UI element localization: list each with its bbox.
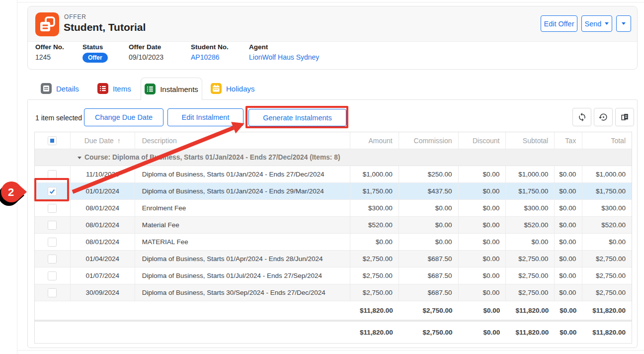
table-row[interactable]: 08/01/2024 Enrolment Fee $300.00 $0.00 $… bbox=[35, 200, 632, 217]
subtotal-cell: $2,750.00 bbox=[506, 251, 555, 267]
agent-field: Agent LionWolf Haus Sydney bbox=[249, 43, 319, 61]
col-header-due-date[interactable]: Due Date↑ bbox=[71, 132, 135, 149]
page-title: Student, Tutorial bbox=[64, 21, 146, 33]
table-row[interactable]: 08/01/2024 MATERIAL Fee $0.00 $0.00 $0.0… bbox=[35, 234, 632, 251]
offer-no-value: 1245 bbox=[35, 53, 64, 61]
row-checkbox[interactable] bbox=[35, 251, 71, 267]
sort-ascending-icon: ↑ bbox=[117, 137, 121, 145]
discount-cell: $0.00 bbox=[459, 234, 506, 251]
col-header-amount[interactable]: Amount bbox=[350, 132, 399, 149]
due-date-cell: 08/01/2024 bbox=[71, 200, 135, 217]
col-header-tax[interactable]: Tax bbox=[555, 132, 582, 149]
tax-cell: $0.00 bbox=[555, 284, 582, 301]
table-row[interactable]: 11/10/2023 Diploma of Business, Starts 0… bbox=[35, 166, 632, 183]
amount-cell: $1,750.00 bbox=[350, 183, 399, 200]
edit-instalment-button[interactable]: Edit Instalment bbox=[167, 108, 243, 126]
discount-cell: $0.00 bbox=[459, 200, 506, 217]
due-date-cell: 01/04/2024 bbox=[71, 251, 135, 267]
table-header-row: Due Date↑ Description Amount Commission … bbox=[35, 132, 632, 149]
row-checkbox[interactable] bbox=[35, 234, 71, 251]
col-header-discount[interactable]: Discount bbox=[459, 132, 506, 149]
description-cell: Diploma of Business, Starts 01/Jan/2024 … bbox=[135, 183, 350, 200]
entity-label: OFFER bbox=[64, 13, 86, 20]
generate-instalments-label: Generate Instalments bbox=[263, 114, 332, 122]
col-header-description[interactable]: Description bbox=[135, 132, 350, 149]
offer-no-field: Offer No. 1245 bbox=[35, 43, 64, 61]
annotation-step-pin: 2 bbox=[0, 181, 27, 206]
discount-cell: $0.00 bbox=[459, 251, 506, 267]
due-date-cell: 08/01/2024 bbox=[71, 217, 135, 234]
student-no-link[interactable]: AP10286 bbox=[191, 53, 229, 61]
table-row[interactable]: 01/07/2024 Diploma of Business, Starts 0… bbox=[35, 267, 632, 284]
more-actions-button[interactable] bbox=[616, 15, 631, 32]
commission-cell: $687.50 bbox=[399, 284, 459, 301]
history-button[interactable] bbox=[594, 108, 613, 126]
offer-header-card: OFFER Student, Tutorial Edit Offer Send … bbox=[27, 6, 638, 70]
tab-instalments-label: Instalments bbox=[160, 85, 198, 93]
send-button[interactable]: Send bbox=[581, 15, 612, 32]
tax-cell: $0.00 bbox=[555, 166, 582, 183]
select-all-checkbox[interactable] bbox=[35, 132, 71, 149]
tab-items[interactable]: Items bbox=[97, 81, 131, 96]
list-icon bbox=[97, 83, 108, 94]
col-header-commission[interactable]: Commission bbox=[399, 132, 459, 149]
col-header-total[interactable]: Total bbox=[582, 132, 632, 149]
table-row[interactable]: 30/09/2024 Diploma of Business, Starts 3… bbox=[35, 284, 632, 301]
tax-cell: $0.00 bbox=[555, 200, 582, 217]
tab-instalments[interactable]: Instalments bbox=[141, 78, 202, 100]
row-checkbox[interactable] bbox=[35, 183, 71, 200]
offer-app-icon bbox=[35, 12, 59, 36]
generate-instalments-button[interactable]: Generate Instalments bbox=[248, 109, 346, 126]
group-total-commission: $2,750.00 bbox=[399, 301, 459, 320]
amount-cell: $2,750.00 bbox=[350, 251, 399, 267]
course-group-row[interactable]: Course: Diploma of Business, Starts 01/J… bbox=[35, 149, 632, 166]
total-cell: $2,750.00 bbox=[582, 284, 632, 301]
description-cell: MATERIAL Fee bbox=[135, 234, 350, 251]
row-checkbox[interactable] bbox=[35, 217, 71, 234]
amount-cell: $0.00 bbox=[350, 234, 399, 251]
tab-items-label: Items bbox=[113, 85, 131, 93]
row-checkbox[interactable] bbox=[35, 267, 71, 284]
commission-cell: $437.50 bbox=[399, 183, 459, 200]
commission-cell: $0.00 bbox=[399, 234, 459, 251]
description-cell: Diploma of Business, Starts 01/Apr/2024 … bbox=[135, 251, 350, 267]
duplicate-view-button[interactable] bbox=[615, 108, 634, 126]
subtotal-cell: $2,750.00 bbox=[506, 267, 555, 284]
offer-date-label: Offer Date bbox=[129, 43, 163, 51]
refresh-icon bbox=[577, 112, 587, 122]
refresh-button[interactable] bbox=[572, 108, 591, 126]
col-header-subtotal[interactable]: Subtotal bbox=[506, 132, 555, 149]
subtotal-cell: $1,750.00 bbox=[506, 183, 555, 200]
row-checkbox[interactable] bbox=[35, 284, 71, 301]
row-checkbox[interactable] bbox=[35, 200, 71, 217]
table-row[interactable]: 01/04/2024 Diploma of Business, Starts 0… bbox=[35, 251, 632, 267]
history-icon bbox=[599, 112, 608, 122]
tab-holidays[interactable]: Holidays bbox=[211, 81, 255, 96]
discount-cell: $0.00 bbox=[459, 217, 506, 234]
screen: OFFER Student, Tutorial Edit Offer Send … bbox=[0, 0, 644, 354]
chevron-down-icon bbox=[622, 22, 626, 25]
table-row[interactable]: 01/01/2024 Diploma of Business, Starts 0… bbox=[35, 183, 632, 200]
offer-no-label: Offer No. bbox=[35, 43, 64, 51]
collapse-caret-icon[interactable] bbox=[78, 157, 81, 159]
description-cell: Material Fee bbox=[135, 217, 350, 234]
grand-total-tax: $0.00 bbox=[555, 322, 582, 343]
tab-details[interactable]: Details bbox=[41, 81, 79, 96]
offer-date-value: 09/10/2023 bbox=[129, 53, 163, 61]
change-due-date-button[interactable]: Change Due Date bbox=[84, 108, 163, 126]
table-row[interactable]: 08/01/2024 Material Fee $520.00 $0.00 $0… bbox=[35, 217, 632, 234]
instalments-panel: 1 item selected Change Due Date Edit Ins… bbox=[27, 99, 638, 348]
edit-instalment-label: Edit Instalment bbox=[182, 113, 230, 121]
annotation-step-number: 2 bbox=[8, 186, 14, 198]
group-total-subtotal: $11,820.00 bbox=[506, 301, 555, 320]
due-date-cell: 11/10/2023 bbox=[71, 166, 135, 183]
group-total-discount: $0.00 bbox=[459, 301, 506, 320]
total-cell: $300.00 bbox=[582, 200, 632, 217]
checkmark-icon bbox=[49, 188, 56, 195]
left-panel-divider bbox=[17, 0, 17, 354]
agent-link[interactable]: LionWolf Haus Sydney bbox=[249, 53, 319, 61]
row-checkbox[interactable] bbox=[35, 166, 71, 183]
edit-offer-button[interactable]: Edit Offer bbox=[541, 15, 577, 32]
due-date-cell: 30/09/2024 bbox=[71, 284, 135, 301]
document-icon bbox=[41, 83, 52, 94]
